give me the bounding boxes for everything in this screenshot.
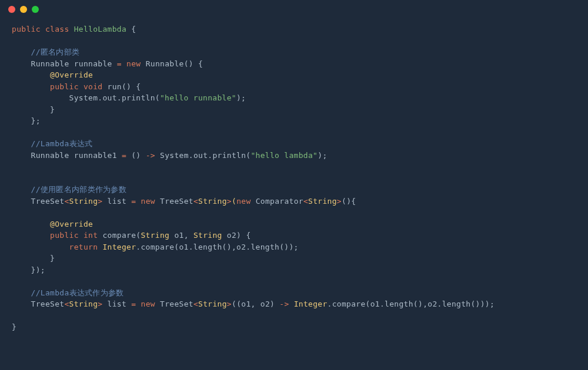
sysout: System.out.println( bbox=[69, 93, 160, 102]
lt: < bbox=[303, 197, 308, 206]
close-call: ); bbox=[236, 93, 246, 102]
lbrace: { bbox=[136, 82, 141, 91]
param-o1: o1 bbox=[174, 231, 183, 240]
kw-class: class bbox=[45, 25, 69, 33]
type-treeset: TreeSet bbox=[160, 300, 193, 308]
arrow: -> bbox=[279, 300, 289, 308]
rbrace-paren-semi: }); bbox=[31, 265, 45, 274]
rbrace: } bbox=[50, 105, 55, 114]
code-area: public class HelloLambda { //匿名内部类 Runna… bbox=[0, 19, 588, 345]
o2len: o2.length() bbox=[427, 300, 480, 308]
lt: < bbox=[193, 197, 198, 206]
var-runnable: runnable bbox=[74, 59, 112, 68]
method-compare: compare bbox=[102, 231, 136, 240]
var-list: list bbox=[108, 197, 127, 206]
lparen: ( bbox=[232, 300, 236, 308]
o1len: o1.length() bbox=[179, 243, 231, 251]
sysout: System.out.println( bbox=[160, 151, 250, 160]
dot-compare: .compare( bbox=[328, 300, 370, 308]
kw-public: public bbox=[12, 25, 41, 33]
lt: < bbox=[64, 300, 69, 308]
param-o2: o2 bbox=[227, 231, 236, 240]
type-runnable: Runnable bbox=[31, 59, 69, 68]
gt: > bbox=[337, 197, 342, 206]
type-integer: Integer bbox=[294, 300, 328, 308]
lt: < bbox=[64, 197, 69, 206]
type-integer: Integer bbox=[102, 243, 136, 251]
close-call: ); bbox=[289, 243, 298, 251]
comment-anon: //匿名内部类 bbox=[31, 48, 80, 56]
kw-public: public bbox=[50, 82, 79, 91]
eq: = bbox=[131, 300, 136, 308]
eq: = bbox=[131, 197, 136, 206]
o2len: o2.length() bbox=[236, 243, 289, 251]
lambda-params: (o1, o2) bbox=[236, 300, 275, 308]
type-comparator: Comparator bbox=[256, 197, 303, 206]
rbrace-semi: }; bbox=[31, 116, 41, 125]
type-string: String bbox=[193, 231, 222, 240]
type-string: String bbox=[69, 300, 98, 308]
str-hello-lambda: "hello lambda" bbox=[250, 151, 318, 160]
type-treeset: TreeSet bbox=[31, 300, 65, 308]
rbrace: } bbox=[50, 254, 55, 263]
comment-lambda: //Lambda表达式 bbox=[31, 139, 93, 148]
gt: > bbox=[227, 300, 232, 308]
kw-new: new bbox=[236, 197, 250, 206]
type-string: String bbox=[69, 197, 98, 206]
arrow: -> bbox=[146, 151, 155, 160]
lt: < bbox=[193, 300, 198, 308]
close-call: ); bbox=[485, 300, 495, 308]
ann-override: @Override bbox=[50, 220, 93, 228]
zoom-icon[interactable] bbox=[32, 6, 39, 13]
minimize-icon[interactable] bbox=[20, 6, 27, 13]
var-runnable1: runnable1 bbox=[74, 151, 117, 160]
comma: , bbox=[184, 231, 189, 240]
comment-anon-param: //使用匿名内部类作为参数 bbox=[31, 185, 127, 194]
lbrace: { bbox=[246, 231, 250, 240]
gt: > bbox=[98, 197, 102, 206]
comma: , bbox=[232, 243, 236, 251]
kw-public: public bbox=[50, 231, 79, 240]
class-name: HelloLambda bbox=[74, 25, 126, 33]
lbrace: { bbox=[131, 25, 136, 33]
empty-parens: () bbox=[131, 151, 141, 160]
type-string: String bbox=[141, 231, 169, 240]
type-string: String bbox=[198, 197, 227, 206]
kw-void: void bbox=[83, 82, 103, 91]
rparen: ) bbox=[480, 300, 485, 308]
rbrace: } bbox=[12, 322, 16, 331]
rparen: ) bbox=[236, 231, 241, 240]
type-treeset: TreeSet bbox=[31, 197, 65, 206]
close-icon[interactable] bbox=[8, 6, 15, 13]
lparen: ( bbox=[232, 197, 236, 206]
kw-new: new bbox=[126, 59, 141, 68]
type-string: String bbox=[308, 197, 337, 206]
titlebar bbox=[0, 0, 588, 19]
type-runnable: Runnable bbox=[31, 151, 69, 160]
var-list: list bbox=[108, 300, 127, 308]
runnable-ctor: Runnable() bbox=[146, 59, 193, 68]
kw-int: int bbox=[83, 231, 98, 240]
gt: > bbox=[98, 300, 102, 308]
close-call: ); bbox=[318, 151, 327, 160]
method-run: run() bbox=[108, 82, 132, 91]
eq: = bbox=[117, 59, 122, 68]
dot-compare: .compare( bbox=[136, 243, 179, 251]
type-treeset: TreeSet bbox=[160, 197, 193, 206]
lbrace: { bbox=[351, 197, 356, 206]
o1len: o1.length() bbox=[370, 300, 423, 308]
gt: > bbox=[227, 197, 232, 206]
str-hello-runnable: "hello runnable" bbox=[160, 93, 236, 102]
parens: () bbox=[342, 197, 351, 206]
kw-new: new bbox=[141, 300, 155, 308]
kw-new: new bbox=[141, 197, 155, 206]
kw-return: return bbox=[69, 243, 98, 251]
type-string: String bbox=[198, 300, 227, 308]
editor-window: public class HelloLambda { //匿名内部类 Runna… bbox=[0, 0, 588, 370]
comment-lambda-param: //Lambda表达式作为参数 bbox=[31, 288, 124, 297]
lbrace: { bbox=[198, 59, 203, 68]
eq: = bbox=[122, 151, 126, 160]
ann-override: @Override bbox=[50, 70, 93, 79]
